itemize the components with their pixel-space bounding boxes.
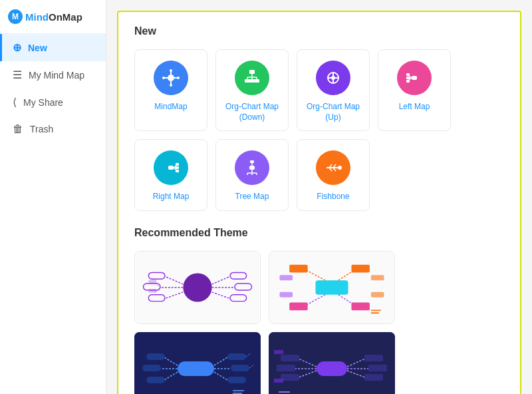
- svg-rect-85: [178, 361, 214, 376]
- svg-rect-67: [148, 289, 156, 293]
- sidebar-item-new-label: New: [28, 43, 47, 53]
- svg-point-21: [331, 76, 335, 80]
- plus-icon: ⊕: [13, 41, 21, 54]
- svg-rect-109: [281, 374, 299, 381]
- svg-point-49: [338, 166, 342, 170]
- svg-rect-115: [364, 374, 383, 381]
- svg-rect-36: [249, 166, 255, 170]
- svg-rect-26: [406, 73, 410, 76]
- svg-rect-72: [289, 264, 307, 272]
- theme-card-3[interactable]: [134, 332, 261, 394]
- svg-rect-77: [351, 302, 369, 310]
- svg-rect-33: [176, 163, 179, 166]
- svg-rect-34: [176, 166, 179, 169]
- svg-rect-103: [317, 361, 347, 376]
- fishbone-icon: [316, 150, 350, 185]
- logo-text: MindOnMap: [25, 11, 82, 23]
- svg-rect-29: [168, 166, 174, 170]
- orgdown-icon: [235, 61, 269, 95]
- recommended-section-title: Recommended Theme: [134, 227, 504, 239]
- svg-rect-89: [227, 353, 246, 360]
- sidebar-item-myshare-label: My Share: [23, 97, 63, 108]
- svg-point-8: [177, 77, 180, 79]
- new-section-title: New: [134, 25, 504, 37]
- svg-rect-76: [289, 302, 307, 310]
- svg-point-51: [183, 273, 211, 301]
- svg-rect-43: [250, 160, 254, 163]
- svg-rect-117: [274, 379, 283, 383]
- template-fishbone[interactable]: Fishbone: [297, 139, 370, 211]
- orgup-label: Org-Chart Map (Up): [303, 102, 364, 122]
- treemap-icon: [235, 150, 269, 185]
- sidebar: M MindOnMap ⊕ New ☰ My Mind Map ⟨ My Sha…: [0, 0, 106, 394]
- sidebar-item-mymindmap[interactable]: ☰ My Mind Map: [0, 61, 106, 89]
- template-rightmap[interactable]: Right Map: [134, 139, 207, 211]
- template-leftmap[interactable]: Left Map: [378, 49, 451, 131]
- sidebar-item-mymindmap-label: My Mind Map: [29, 70, 84, 81]
- svg-point-0: [168, 75, 174, 81]
- svg-rect-69: [315, 280, 348, 295]
- theme-card-4[interactable]: [269, 332, 395, 394]
- template-orgup[interactable]: Org-Chart Map (Up): [297, 49, 370, 131]
- orgdown-label: Org-Chart Map (Down): [221, 102, 283, 122]
- svg-rect-107: [281, 355, 299, 361]
- fishbone-label: Fishbone: [317, 192, 349, 202]
- svg-rect-108: [277, 365, 295, 371]
- sidebar-item-new[interactable]: ⊕ New: [0, 34, 106, 61]
- svg-rect-22: [412, 76, 417, 80]
- sidebar-item-trash-label: Trash: [30, 124, 53, 134]
- svg-rect-28: [406, 80, 410, 83]
- trash-icon: 🗑: [13, 123, 23, 135]
- template-grid: MindMap Org-C: [134, 49, 504, 211]
- svg-rect-17: [254, 79, 259, 83]
- svg-rect-35: [176, 170, 179, 172]
- svg-point-6: [170, 84, 172, 87]
- template-mindmap[interactable]: MindMap: [134, 49, 207, 131]
- logo-icon: M: [8, 9, 23, 24]
- share-icon: ⟨: [13, 96, 17, 108]
- svg-rect-96: [142, 365, 161, 371]
- rightmap-label: Right Map: [153, 192, 190, 202]
- main-content: New MindMap: [106, 0, 532, 394]
- leftmap-icon: [397, 61, 432, 95]
- svg-rect-80: [279, 275, 293, 280]
- svg-point-5: [170, 69, 172, 72]
- svg-rect-91: [227, 377, 246, 383]
- svg-rect-81: [279, 292, 293, 297]
- svg-rect-9: [249, 70, 255, 74]
- svg-rect-16: [249, 79, 255, 83]
- content-box: New MindMap: [117, 11, 521, 394]
- svg-rect-79: [371, 292, 384, 297]
- svg-rect-15: [245, 79, 250, 83]
- svg-rect-97: [146, 377, 165, 383]
- mindmap-label: MindMap: [154, 102, 187, 112]
- svg-rect-113: [364, 355, 383, 361]
- svg-rect-78: [371, 275, 384, 280]
- theme-card-1[interactable]: [134, 251, 261, 324]
- theme-card-2[interactable]: [269, 251, 395, 324]
- svg-rect-27: [406, 77, 410, 79]
- svg-rect-90: [231, 365, 249, 371]
- svg-point-7: [162, 77, 165, 79]
- sidebar-item-myshare[interactable]: ⟨ My Share: [0, 89, 106, 116]
- list-icon: ☰: [13, 69, 22, 81]
- leftmap-label: Left Map: [399, 102, 430, 112]
- svg-rect-95: [146, 353, 165, 360]
- orgup-icon: [316, 61, 350, 95]
- rightmap-icon: [154, 150, 188, 185]
- mindmap-icon: [154, 61, 188, 95]
- svg-rect-66: [148, 280, 156, 284]
- svg-rect-114: [368, 365, 387, 371]
- themes-grid: [134, 251, 504, 394]
- treemap-label: Tree Map: [235, 192, 269, 202]
- template-orgdown[interactable]: Org-Chart Map (Down): [215, 49, 289, 131]
- svg-rect-116: [274, 350, 283, 354]
- logo: M MindOnMap: [0, 0, 106, 34]
- svg-rect-73: [351, 264, 369, 272]
- template-treemap[interactable]: Tree Map: [215, 139, 289, 211]
- sidebar-item-trash[interactable]: 🗑 Trash: [0, 116, 106, 142]
